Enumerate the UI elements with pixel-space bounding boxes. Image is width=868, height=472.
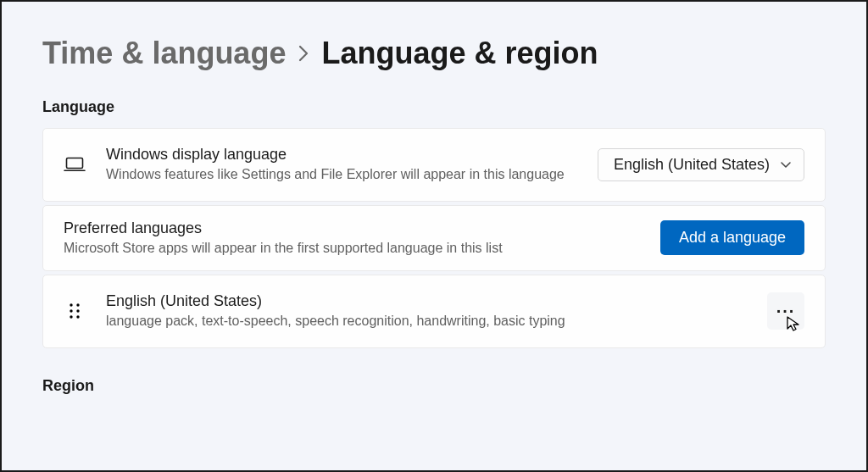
svg-point-7 bbox=[76, 316, 79, 319]
language-features: language pack, text-to-speech, speech re… bbox=[106, 312, 747, 330]
svg-point-5 bbox=[76, 310, 79, 313]
card-description: Windows features like Settings and File … bbox=[106, 165, 577, 184]
svg-point-2 bbox=[70, 304, 72, 307]
language-item[interactable]: English (United States) language pack, t… bbox=[42, 275, 826, 348]
add-language-button[interactable]: Add a language bbox=[660, 220, 804, 255]
svg-point-3 bbox=[76, 304, 79, 307]
svg-rect-0 bbox=[67, 158, 83, 169]
select-value: English (United States) bbox=[614, 156, 770, 174]
svg-point-4 bbox=[70, 310, 72, 313]
cursor-icon bbox=[786, 315, 801, 336]
card-display-language: Windows display language Windows feature… bbox=[42, 128, 826, 202]
language-name: English (United States) bbox=[106, 292, 747, 310]
card-title: Windows display language bbox=[106, 146, 577, 164]
section-heading-region: Region bbox=[42, 377, 826, 395]
card-title: Preferred languages bbox=[64, 219, 640, 237]
section-heading-language: Language bbox=[42, 98, 826, 116]
breadcrumb: Time & language Language & region bbox=[42, 36, 826, 71]
display-language-select[interactable]: English (United States) bbox=[598, 148, 804, 181]
chevron-right-icon bbox=[298, 44, 309, 63]
breadcrumb-parent[interactable]: Time & language bbox=[42, 36, 286, 71]
drag-handle-icon[interactable] bbox=[64, 301, 86, 321]
chevron-down-icon bbox=[780, 160, 792, 169]
laptop-icon bbox=[64, 156, 86, 173]
breadcrumb-current: Language & region bbox=[321, 36, 598, 71]
card-preferred-languages: Preferred languages Microsoft Store apps… bbox=[42, 205, 826, 272]
svg-point-6 bbox=[70, 316, 72, 319]
more-options-button[interactable]: ··· bbox=[767, 292, 804, 330]
card-description: Microsoft Store apps will appear in the … bbox=[64, 239, 640, 258]
